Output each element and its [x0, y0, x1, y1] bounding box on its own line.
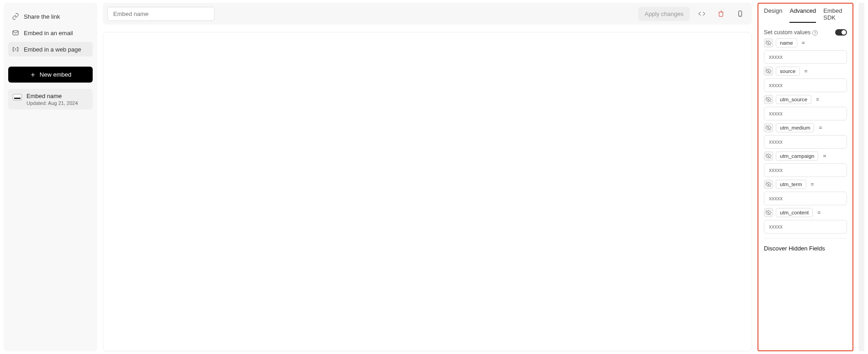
help-icon[interactable]: ?	[812, 30, 818, 36]
hidden-field-block: utm_campaign =	[764, 151, 847, 177]
link-icon	[12, 13, 19, 20]
hidden-field-input[interactable]	[764, 192, 847, 205]
right-panel-tabs: Design Advanced Embed SDK	[758, 7, 852, 26]
delete-button[interactable]	[714, 6, 728, 21]
embed-item-subtitle: Updated: Aug 21, 2024	[26, 100, 78, 106]
right-panel: Design Advanced Embed SDK Set custom val…	[758, 3, 853, 351]
equals-icon: =	[815, 209, 822, 216]
trash-icon	[717, 10, 725, 17]
right-panel-scroll[interactable]: Set custom values? name =	[758, 26, 852, 347]
equals-icon: =	[821, 153, 828, 159]
visibility-toggle[interactable]	[764, 38, 773, 47]
new-embed-button[interactable]: New embed	[8, 67, 93, 83]
hidden-field-input[interactable]	[764, 163, 847, 177]
embed-list-item[interactable]: Embed name Updated: Aug 21, 2024	[8, 89, 93, 109]
embed-icon	[12, 46, 19, 53]
divider	[764, 238, 847, 239]
embed-thumbnail-icon	[13, 94, 22, 100]
set-custom-values-toggle[interactable]	[835, 29, 847, 36]
mobile-preview-button[interactable]	[733, 6, 747, 21]
embed-item-title: Embed name	[26, 93, 78, 99]
topbar: Apply changes	[103, 3, 752, 25]
hidden-field-name: name	[776, 38, 797, 47]
sidebar-item-embed-webpage[interactable]: Embed in a web page	[8, 42, 93, 57]
hidden-field-input[interactable]	[764, 78, 847, 92]
svg-rect-0	[13, 31, 18, 35]
view-code-button[interactable]	[694, 6, 709, 21]
equals-icon: =	[814, 96, 821, 103]
hidden-field-block: name =	[764, 38, 847, 64]
hidden-field-block: utm_medium =	[764, 123, 847, 149]
visibility-toggle[interactable]	[764, 95, 773, 104]
hidden-field-name: utm_source	[776, 95, 811, 104]
hidden-field-name: utm_medium	[776, 123, 814, 132]
discover-hidden-fields-link[interactable]: Discover Hidden Fields	[764, 243, 847, 254]
set-custom-values-label: Set custom values?	[764, 29, 818, 36]
hidden-field-name: source	[776, 67, 800, 76]
visibility-toggle[interactable]	[764, 67, 773, 76]
hidden-field-block: utm_content =	[764, 208, 847, 234]
mail-icon	[12, 29, 19, 36]
visibility-toggle[interactable]	[764, 123, 773, 132]
sidebar-item-embed-email[interactable]: Embed in an email	[8, 26, 93, 40]
new-embed-label: New embed	[40, 71, 71, 78]
hidden-field-name: utm_campaign	[776, 151, 818, 161]
visibility-toggle[interactable]	[764, 180, 773, 189]
hidden-field-input[interactable]	[764, 50, 847, 64]
equals-icon: =	[803, 68, 810, 74]
sidebar-item-label: Embed in an email	[24, 30, 73, 36]
eye-off-icon	[765, 125, 772, 131]
eye-off-icon	[765, 40, 772, 46]
plus-icon	[30, 72, 36, 78]
embed-name-input[interactable]	[107, 7, 215, 21]
eye-off-icon	[765, 181, 772, 187]
sidebar-item-label: Share the link	[24, 13, 60, 20]
eye-off-icon	[765, 96, 772, 103]
hidden-field-block: utm_term =	[764, 180, 847, 205]
hidden-field-name: utm_content	[776, 208, 813, 217]
hidden-field-name: utm_term	[776, 180, 806, 189]
eye-off-icon	[765, 68, 772, 74]
page-scrollbar[interactable]	[859, 3, 864, 351]
eye-off-icon	[765, 209, 772, 216]
hidden-field-block: utm_source =	[764, 95, 847, 120]
tab-embed-sdk[interactable]: Embed SDK	[823, 7, 847, 23]
hidden-field-input[interactable]	[764, 220, 847, 234]
eye-off-icon	[765, 153, 772, 159]
phone-icon	[736, 10, 744, 17]
visibility-toggle[interactable]	[764, 208, 773, 217]
code-icon	[698, 10, 705, 17]
equals-icon: =	[800, 40, 807, 46]
hidden-field-input[interactable]	[764, 107, 847, 120]
hidden-field-block: source =	[764, 67, 847, 92]
sidebar-item-share-link[interactable]: Share the link	[8, 9, 93, 24]
hidden-field-input[interactable]	[764, 135, 847, 149]
tab-advanced[interactable]: Advanced	[789, 7, 816, 23]
visibility-toggle[interactable]	[764, 151, 773, 161]
tab-design[interactable]: Design	[764, 7, 782, 23]
main: Apply changes	[103, 3, 752, 351]
equals-icon: =	[809, 181, 816, 187]
sidebar: Share the link Embed in an email Embed i…	[4, 3, 97, 351]
apply-changes-button[interactable]: Apply changes	[638, 7, 690, 21]
equals-icon: =	[817, 125, 824, 131]
preview-canvas	[103, 32, 752, 351]
sidebar-item-label: Embed in a web page	[24, 46, 81, 53]
